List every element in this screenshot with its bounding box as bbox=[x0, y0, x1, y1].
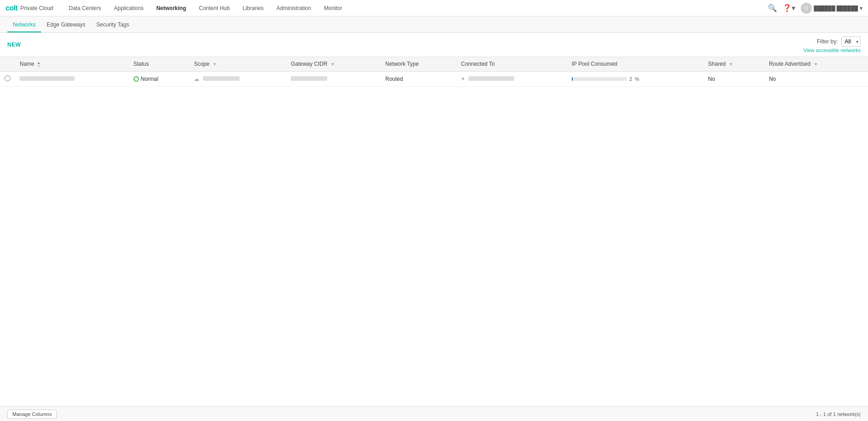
route-advertised-text: No bbox=[769, 76, 776, 82]
main-content: NEW Filter by: All View accessible netwo… bbox=[0, 33, 868, 406]
new-button[interactable]: NEW bbox=[7, 42, 21, 48]
nav-contenthub[interactable]: Content Hub bbox=[197, 4, 231, 12]
tab-edge-gateways[interactable]: Edge Gateways bbox=[41, 21, 91, 32]
filter-area: Filter by: All View accessible networks bbox=[804, 37, 861, 53]
th-gateway-cidr[interactable]: Gateway CIDR ▼ bbox=[286, 57, 381, 71]
logo-subtitle: Private Cloud bbox=[20, 5, 53, 11]
td-route-advertised: No bbox=[764, 71, 868, 86]
bottom-bar: Manage Columns 1 - 1 of 1 network(s) bbox=[0, 406, 868, 421]
filter-shared-icon[interactable]: ▼ bbox=[729, 62, 733, 67]
td-gateway-cidr bbox=[286, 71, 381, 86]
manage-columns-button[interactable]: Manage Columns bbox=[7, 410, 57, 419]
th-status: Status bbox=[129, 57, 190, 71]
user-chevron: ▾ bbox=[860, 5, 863, 11]
status-text: Normal bbox=[141, 76, 159, 82]
sub-tabs: Networks Edge Gateways Security Tags bbox=[0, 16, 868, 33]
nav-monitor[interactable]: Monitor bbox=[322, 4, 344, 12]
view-accessible-link[interactable]: View accessible networks bbox=[804, 47, 861, 53]
td-shared: No bbox=[703, 71, 764, 86]
shared-text: No bbox=[708, 76, 715, 82]
td-ip-pool: 2% bbox=[567, 71, 703, 86]
table-wrapper: Name ▲ ▼ Status Scope ▼ Gateway bbox=[0, 57, 868, 406]
name-blurred bbox=[20, 76, 75, 81]
ip-bar-background bbox=[572, 77, 627, 81]
filter-cidr-icon[interactable]: ▼ bbox=[330, 62, 335, 67]
status-normal: Normal bbox=[133, 76, 185, 82]
user-area[interactable]: U ██████ ██████ ▾ bbox=[801, 3, 863, 14]
search-button[interactable]: 🔍 bbox=[768, 4, 777, 12]
cloud-icon: ☁ bbox=[194, 76, 199, 82]
th-ip-pool: IP Pool Consumed bbox=[567, 57, 703, 71]
filter-label: Filter by: bbox=[817, 38, 838, 45]
top-nav: colt Private Cloud Data Centers Applicat… bbox=[0, 0, 868, 16]
row-checkbox-cell bbox=[0, 71, 15, 86]
filter-select-wrapper: All bbox=[841, 37, 861, 47]
th-name[interactable]: Name ▲ ▼ bbox=[15, 57, 129, 71]
ip-pool-pct: 2 bbox=[629, 76, 632, 82]
th-shared[interactable]: Shared ▼ bbox=[703, 57, 764, 71]
th-network-type: Network Type bbox=[381, 57, 457, 71]
logo-area: colt Private Cloud bbox=[5, 4, 53, 12]
table-header-row: Name ▲ ▼ Status Scope ▼ Gateway bbox=[0, 57, 868, 71]
filter-scope-icon[interactable]: ▼ bbox=[213, 62, 217, 67]
nav-networking[interactable]: Networking bbox=[154, 4, 188, 12]
td-name bbox=[15, 71, 129, 86]
cidr-blurred bbox=[291, 76, 327, 81]
nav-administration[interactable]: Administration bbox=[275, 4, 313, 12]
logo-colt: colt bbox=[5, 4, 17, 12]
help-button[interactable]: ❓▾ bbox=[783, 4, 795, 12]
nav-applications[interactable]: Applications bbox=[112, 4, 145, 12]
pagination-text: 1 - 1 of 1 network(s) bbox=[816, 411, 861, 417]
td-network-type: Routed bbox=[381, 71, 457, 86]
tab-networks[interactable]: Networks bbox=[7, 21, 41, 32]
nav-libraries[interactable]: Libraries bbox=[241, 4, 266, 12]
toolbar: NEW Filter by: All View accessible netwo… bbox=[0, 33, 868, 57]
filter-route-icon[interactable]: ▼ bbox=[814, 62, 818, 67]
pct-sign: % bbox=[635, 76, 639, 82]
user-name: ██████ ██████ bbox=[814, 5, 858, 11]
scope-blurred bbox=[203, 76, 240, 81]
ip-bar-fill bbox=[572, 77, 573, 81]
networks-table: Name ▲ ▼ Status Scope ▼ Gateway bbox=[0, 57, 868, 87]
nav-datacenters[interactable]: Data Centers bbox=[67, 4, 103, 12]
table-row[interactable]: Normal ☁ Routed ✦ bbox=[0, 71, 868, 86]
th-connected-to: Connected To bbox=[456, 57, 567, 71]
avatar: U bbox=[801, 3, 812, 14]
sort-icons-name[interactable]: ▲ ▼ bbox=[37, 61, 40, 68]
filter-select[interactable]: All bbox=[841, 37, 861, 47]
ip-bar-wrapper: 2% bbox=[572, 76, 699, 82]
th-checkbox bbox=[0, 57, 15, 71]
row-radio[interactable] bbox=[5, 75, 11, 81]
td-status: Normal bbox=[129, 71, 190, 86]
th-scope[interactable]: Scope ▼ bbox=[189, 57, 286, 71]
connected-blurred bbox=[469, 76, 514, 81]
status-dot bbox=[133, 76, 139, 82]
td-scope: ☁ bbox=[189, 71, 286, 86]
sort-desc-icon: ▼ bbox=[37, 64, 40, 68]
network-type-text: Routed bbox=[385, 76, 403, 82]
th-route-advertised[interactable]: Route Advertised ▼ bbox=[764, 57, 868, 71]
tab-security-tags[interactable]: Security Tags bbox=[91, 21, 135, 32]
sort-asc-icon: ▲ bbox=[37, 61, 40, 64]
connected-icon: ✦ bbox=[461, 76, 465, 82]
td-connected-to: ✦ bbox=[456, 71, 567, 86]
nav-icons: 🔍 ❓▾ U ██████ ██████ ▾ bbox=[768, 3, 863, 14]
